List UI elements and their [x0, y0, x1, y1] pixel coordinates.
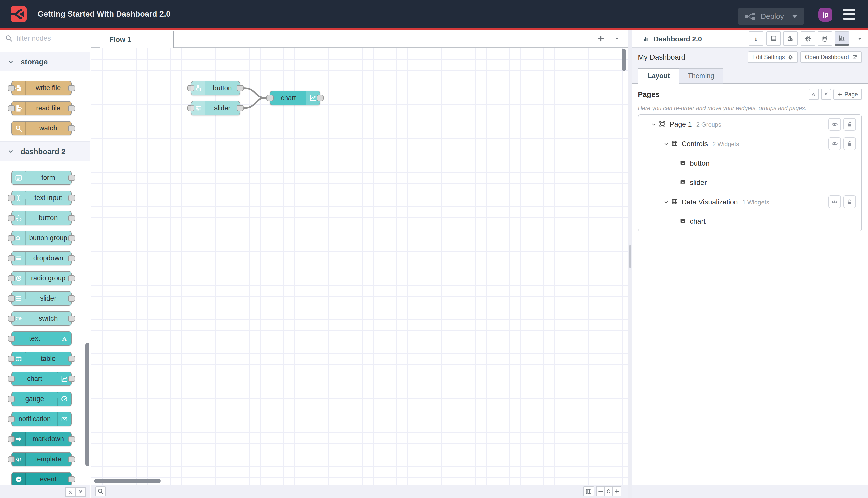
- tree-row-widget-button[interactable]: button: [639, 154, 862, 173]
- output-port[interactable]: [68, 436, 75, 442]
- palette-node-read-file[interactable]: read file: [11, 101, 71, 115]
- plus-icon: [597, 35, 604, 42]
- output-port[interactable]: [68, 255, 75, 261]
- deploy-button[interactable]: Deploy: [738, 8, 804, 25]
- sidebar-tab-config[interactable]: [801, 31, 815, 46]
- palette-node-table[interactable]: table: [11, 352, 71, 366]
- palette-node-button-group[interactable]: button group: [11, 231, 71, 245]
- visibility-toggle-button[interactable]: [828, 118, 841, 131]
- chevron-down-icon[interactable]: [651, 121, 656, 127]
- sidebar-splitter[interactable]: [628, 30, 632, 498]
- canvas-horizontal-scrollbar[interactable]: [94, 479, 161, 483]
- output-port[interactable]: [237, 85, 244, 91]
- output-port[interactable]: [68, 476, 75, 482]
- palette-scrollbar[interactable]: [85, 343, 90, 466]
- output-port[interactable]: [68, 356, 75, 362]
- palette-node-button[interactable]: button: [11, 211, 71, 225]
- output-port[interactable]: [68, 235, 75, 241]
- flow-node-button[interactable]: button: [191, 81, 240, 95]
- sidebar-tab-dashboard[interactable]: [834, 31, 849, 46]
- user-avatar[interactable]: jp: [818, 8, 832, 22]
- canvas-vertical-scrollbar[interactable]: [622, 49, 626, 71]
- palette-node-markdown[interactable]: markdown: [11, 432, 71, 446]
- main-menu-button[interactable]: [843, 8, 855, 21]
- output-port[interactable]: [68, 376, 75, 382]
- navigator-map-button[interactable]: [583, 486, 594, 497]
- output-port[interactable]: [317, 95, 324, 101]
- output-port[interactable]: [68, 275, 75, 281]
- flow-list-button[interactable]: [611, 33, 622, 44]
- palette-node-write-file[interactable]: write file: [11, 81, 71, 95]
- edit-settings-button[interactable]: Edit Settings: [748, 51, 798, 63]
- palette-category-storage[interactable]: storage: [0, 52, 90, 71]
- add-page-button[interactable]: Page: [833, 89, 862, 100]
- tree-row-controls[interactable]: Controls2 Widgets: [639, 134, 862, 154]
- palette-node-switch[interactable]: switch: [11, 311, 71, 326]
- output-port[interactable]: [68, 175, 75, 181]
- visibility-toggle-button[interactable]: [828, 196, 841, 208]
- output-port[interactable]: [68, 85, 75, 91]
- node-label: event: [25, 473, 71, 485]
- splitter-grip[interactable]: [629, 245, 631, 268]
- palette-node-chart[interactable]: chart: [11, 371, 71, 386]
- tab-layout[interactable]: Layout: [638, 68, 679, 84]
- deploy-options-caret-icon[interactable]: [792, 15, 798, 18]
- sidebar-tab-debug[interactable]: [783, 31, 798, 46]
- flow-node-chart[interactable]: chart: [270, 91, 320, 105]
- lock-toggle-button[interactable]: [843, 196, 856, 208]
- palette-category-dashboard-2[interactable]: dashboard 2: [0, 141, 90, 161]
- palette-search[interactable]: [0, 30, 90, 47]
- tree-row-page-1[interactable]: Page 12 Groups: [639, 115, 862, 134]
- sidebar-tab-context[interactable]: [817, 31, 832, 46]
- expand-all-pages-button[interactable]: [821, 89, 831, 100]
- palette-node-dropdown[interactable]: dropdown: [11, 251, 71, 265]
- palette-expand-all-button[interactable]: [76, 487, 86, 497]
- tab-theming[interactable]: Theming: [679, 68, 723, 84]
- palette-node-text[interactable]: A text: [11, 331, 71, 346]
- palette-search-input[interactable]: [16, 34, 80, 43]
- output-port[interactable]: [68, 215, 75, 221]
- category-label: dashboard 2: [21, 147, 65, 156]
- tree-row-widget-slider[interactable]: slider: [639, 173, 862, 192]
- visibility-toggle-button[interactable]: [828, 137, 841, 150]
- zoom-out-button[interactable]: [596, 486, 604, 497]
- canvas-search-button[interactable]: [95, 486, 106, 497]
- palette-node-gauge[interactable]: gauge: [11, 392, 71, 406]
- output-port[interactable]: [237, 105, 244, 111]
- output-port[interactable]: [68, 296, 75, 302]
- workspace-grid[interactable]: button slider chart: [91, 48, 628, 485]
- open-dashboard-label: Open Dashboard: [805, 54, 849, 61]
- lock-toggle-button[interactable]: [843, 118, 856, 131]
- palette-node-notification[interactable]: notification: [11, 412, 71, 426]
- sidebar-tabs-caret[interactable]: [857, 36, 864, 42]
- chevron-down-icon[interactable]: [663, 141, 669, 147]
- output-port[interactable]: [68, 126, 75, 131]
- tree-row-widget-chart[interactable]: chart: [639, 212, 862, 231]
- output-port[interactable]: [68, 105, 75, 111]
- collapse-all-pages-button[interactable]: [809, 89, 819, 100]
- lock-toggle-button[interactable]: [843, 137, 856, 150]
- palette-node-slider[interactable]: slider: [11, 291, 71, 305]
- palette-node-watch[interactable]: watch: [11, 121, 71, 135]
- output-port[interactable]: [68, 456, 75, 462]
- palette-node-event[interactable]: event: [11, 472, 71, 485]
- tab-dashboard-2[interactable]: Dashboard 2.0: [636, 31, 732, 47]
- flow-node-slider[interactable]: slider: [191, 101, 240, 115]
- output-port[interactable]: [68, 316, 75, 322]
- palette-node-form[interactable]: form: [11, 171, 71, 185]
- chevron-down-icon[interactable]: [663, 199, 669, 205]
- zoom-reset-button[interactable]: [604, 486, 613, 497]
- open-dashboard-button[interactable]: Open Dashboard: [800, 51, 862, 63]
- palette-node-text-input[interactable]: text input: [11, 191, 71, 205]
- output-port[interactable]: [68, 195, 75, 201]
- zoom-in-button[interactable]: [613, 486, 621, 497]
- layout-tree: Page 12 Groups Controls2: [638, 114, 862, 232]
- sidebar-tab-info[interactable]: i: [749, 31, 763, 46]
- palette-node-template[interactable]: template: [11, 452, 71, 466]
- sidebar-tab-help[interactable]: [766, 31, 781, 46]
- palette-node-radio-group[interactable]: radio group: [11, 271, 71, 286]
- tree-row-data-visualization[interactable]: Data Visualization1 Widgets: [639, 192, 862, 212]
- palette-collapse-all-button[interactable]: [65, 487, 76, 497]
- add-flow-button[interactable]: [595, 33, 606, 44]
- tab-flow-1[interactable]: Flow 1: [100, 31, 174, 48]
